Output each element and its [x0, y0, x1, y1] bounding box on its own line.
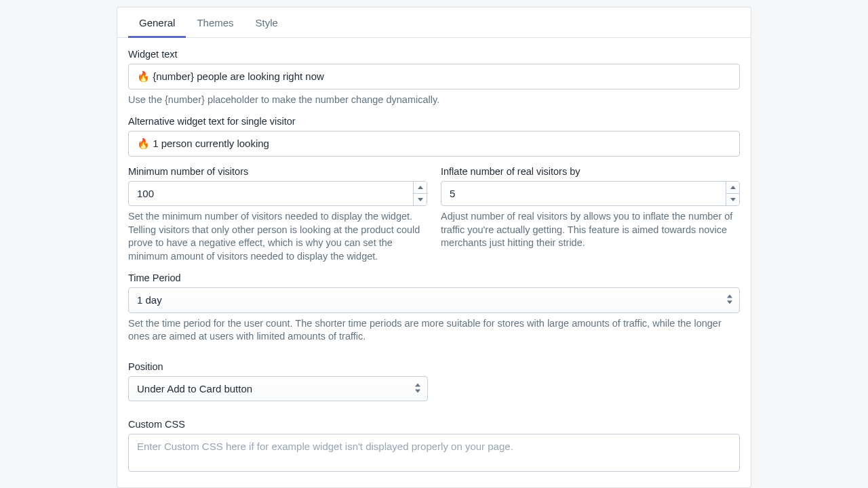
min-visitors-input[interactable]	[128, 181, 427, 207]
tab-general[interactable]: General	[128, 7, 186, 37]
min-visitors-up[interactable]	[414, 182, 427, 194]
inflate-input[interactable]	[441, 181, 740, 207]
inflate-up[interactable]	[726, 182, 739, 194]
custom-css-input[interactable]	[128, 434, 740, 472]
chevron-up-icon	[418, 186, 423, 189]
position-select[interactable]	[128, 376, 428, 402]
tab-style[interactable]: Style	[245, 7, 289, 37]
inflate-field: Inflate number of real visitors by Adjus…	[441, 166, 740, 264]
custom-css-field: Custom CSS	[128, 419, 740, 474]
widget-text-field: Widget text Use the {number} placeholder…	[128, 49, 740, 106]
time-period-help: Set the time period for the user count. …	[128, 317, 740, 344]
alt-text-input[interactable]	[128, 131, 740, 157]
chevron-up-icon	[730, 186, 736, 189]
position-field: Position	[128, 361, 740, 402]
custom-css-label: Custom CSS	[128, 419, 740, 430]
time-period-label: Time Period	[128, 272, 740, 283]
chevron-down-icon	[730, 198, 736, 201]
inflate-label: Inflate number of real visitors by	[441, 166, 740, 177]
tabs: General Themes Style	[117, 7, 751, 38]
position-label: Position	[128, 361, 740, 372]
inflate-help: Adjust number of real visitors by allows…	[441, 210, 740, 250]
min-visitors-help: Set the minimum number of visitors neede…	[128, 210, 427, 263]
min-visitors-down[interactable]	[414, 194, 427, 205]
inflate-down[interactable]	[726, 194, 739, 205]
alt-text-field: Alternative widget text for single visit…	[128, 116, 740, 157]
widget-text-help: Use the {number} placeholder to make the…	[128, 94, 740, 107]
settings-card: General Themes Style Widget text Use the…	[117, 7, 751, 488]
general-panel: Widget text Use the {number} placeholder…	[117, 38, 751, 487]
time-period-field: Time Period Set the time period for the …	[128, 272, 740, 344]
min-visitors-field: Minimum number of visitors Set the minim…	[128, 166, 427, 264]
min-visitors-label: Minimum number of visitors	[128, 166, 427, 177]
inflate-spinner	[726, 182, 739, 206]
time-period-select[interactable]	[128, 287, 740, 313]
widget-text-input[interactable]	[128, 64, 740, 89]
alt-text-label: Alternative widget text for single visit…	[128, 116, 740, 127]
widget-text-label: Widget text	[128, 49, 740, 60]
chevron-down-icon	[418, 198, 423, 201]
tab-themes[interactable]: Themes	[186, 7, 244, 37]
min-visitors-spinner	[413, 182, 427, 206]
